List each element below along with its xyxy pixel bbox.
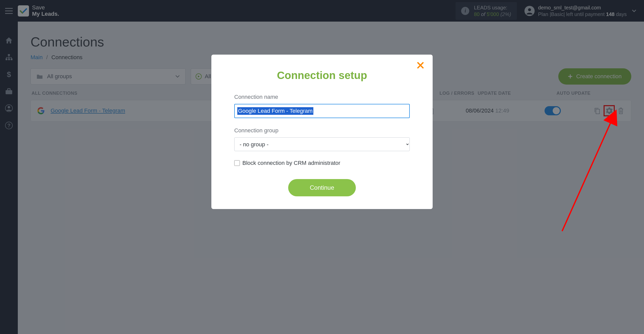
connection-name-input[interactable]: Google Lead Form - Telegram (234, 104, 410, 118)
modal-overlay[interactable]: Connection setup Connection name Google … (0, 0, 644, 334)
connection-name-label: Connection name (234, 94, 410, 100)
modal-title: Connection setup (234, 69, 410, 82)
block-connection-label: Block connection by CRM administrator (242, 160, 340, 166)
close-icon (417, 62, 424, 69)
connection-group-label: Connection group (234, 127, 410, 134)
connection-group-select[interactable]: - no group - (234, 137, 410, 151)
block-connection-checkbox[interactable] (234, 160, 240, 166)
connection-setup-modal: Connection setup Connection name Google … (211, 55, 433, 209)
block-connection-row: Block connection by CRM administrator (234, 160, 410, 166)
continue-button[interactable]: Continue (288, 179, 356, 196)
modal-close-button[interactable] (417, 62, 424, 69)
